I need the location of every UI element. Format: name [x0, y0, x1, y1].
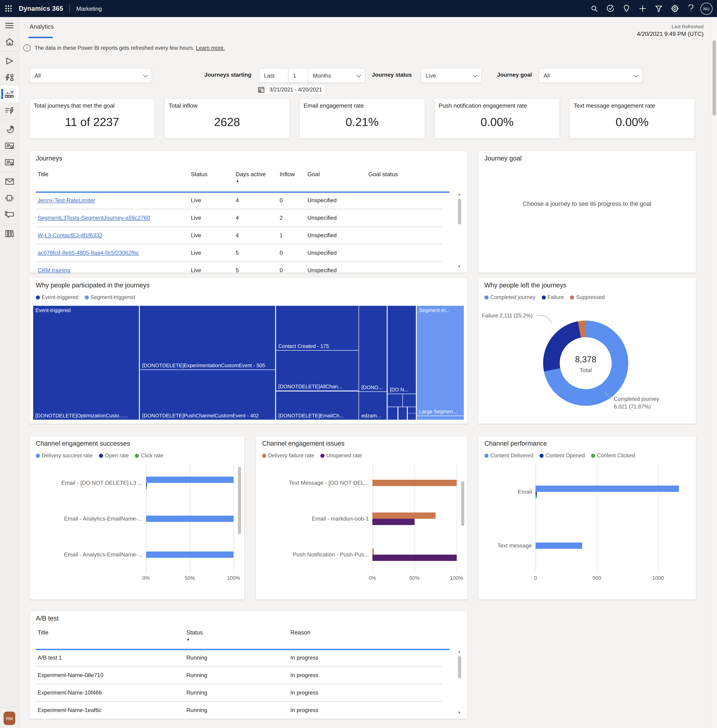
- treemap-tile[interactable]: [387, 394, 402, 407]
- learn-more-link[interactable]: Learn more.: [196, 45, 225, 51]
- chart-scrollbar[interactable]: [236, 466, 242, 580]
- search-icon[interactable]: [587, 2, 601, 15]
- treemap-tile[interactable]: [417, 416, 464, 420]
- table-row[interactable]: Experiment-Name-08e710RunningIn progress: [37, 666, 442, 683]
- sidebar-item-text-message[interactable]: [0, 190, 19, 206]
- table-row[interactable]: Experiment-Name-10f466RunningIn progress: [37, 683, 442, 701]
- column-header[interactable]: Days active▲: [235, 171, 279, 183]
- sidebar-item-page-templates[interactable]: [0, 154, 19, 171]
- legend-item[interactable]: Content Delivered: [484, 453, 533, 459]
- tab-analytics[interactable]: Analytics: [30, 23, 54, 30]
- lightbulb-icon[interactable]: [620, 2, 633, 15]
- treemap-tile[interactable]: [DO N...: [387, 306, 416, 393]
- journey-filter-dropdown[interactable]: All: [30, 68, 152, 83]
- bar[interactable]: [535, 495, 537, 498]
- donut-chart[interactable]: 8,378TotalFailure 2,111 (25.2%)Completed…: [478, 304, 696, 422]
- legend-item[interactable]: Suppressed: [570, 294, 605, 300]
- legend-item[interactable]: Content Opened: [540, 453, 585, 459]
- treemap-tile[interactable]: [403, 394, 416, 407]
- table-row[interactable]: Experiment-Name-1eaf6cRunningIn progress: [37, 701, 442, 718]
- legend-item[interactable]: Delivery failure rate: [262, 453, 314, 459]
- treemap-tile[interactable]: Contact Created - 175: [276, 306, 358, 350]
- menu-toggle[interactable]: [0, 17, 19, 34]
- journey-link[interactable]: SegmentL3Tests-SegmentJourney-a59c2760: [38, 215, 150, 221]
- filter-icon[interactable]: [652, 2, 665, 15]
- column-header[interactable]: Status▲: [186, 629, 290, 641]
- legend-item[interactable]: Delivery success rate: [36, 453, 93, 459]
- treemap-tile[interactable]: [DONOTDELETE]ExperimentationCustomEvent …: [140, 306, 275, 370]
- journey-link[interactable]: CRM training: [38, 267, 70, 274]
- scroll-up-icon[interactable]: ▲: [458, 650, 461, 654]
- journeys-table-scrollbar[interactable]: ▲ ▼: [457, 192, 462, 269]
- sidebar-item-library[interactable]: [0, 225, 19, 242]
- legend-item[interactable]: Completed journey: [484, 294, 535, 300]
- waffle-icon[interactable]: [0, 0, 17, 17]
- legend-item[interactable]: Click rate: [135, 453, 163, 459]
- sidebar-item-lead-scoring[interactable]: [0, 102, 19, 119]
- help-icon[interactable]: [684, 2, 698, 15]
- environment-badge[interactable]: RM: [4, 711, 15, 725]
- sidebar-item-analytics[interactable]: [0, 86, 19, 102]
- scrollbar-thumb[interactable]: [461, 481, 464, 526]
- bar[interactable]: [146, 483, 147, 486]
- treemap-tile[interactable]: edzam...: [359, 392, 387, 420]
- brand-title[interactable]: Dynamics 365: [19, 5, 63, 12]
- scroll-down-icon[interactable]: ▼: [458, 265, 461, 269]
- bar[interactable]: [146, 552, 233, 558]
- treemap-tile[interactable]: [387, 407, 398, 420]
- column-header[interactable]: Title: [37, 171, 190, 177]
- journey-link[interactable]: ac078fcd-8e65-4805-8aa4-0c5f23062f6c: [38, 250, 139, 256]
- date-range[interactable]: 3/21/2021 - 4/20/2021: [258, 86, 325, 94]
- table-row[interactable]: Jenny-Test-RateLimiterLive40Unspecified: [37, 192, 442, 208]
- sidebar-item-journeys[interactable]: [0, 69, 19, 86]
- journey-status-dropdown[interactable]: Live: [421, 68, 482, 83]
- scrollbar-thumb[interactable]: [458, 656, 461, 678]
- abtest-table-scrollbar[interactable]: ▲ ▼: [457, 650, 462, 715]
- bar[interactable]: [146, 477, 233, 483]
- app-name[interactable]: Marketing: [76, 5, 102, 12]
- column-header[interactable]: Title: [37, 629, 186, 636]
- sidebar-item-home[interactable]: [0, 34, 19, 50]
- treemap-tile[interactable]: [DONOTDELETE]EmailCh...: [276, 391, 358, 420]
- range-period-dropdown[interactable]: Months: [308, 68, 365, 83]
- legend-item[interactable]: Event-triggered: [36, 294, 78, 300]
- gear-icon[interactable]: [668, 2, 682, 15]
- legend-item[interactable]: Content Clicked: [591, 453, 635, 459]
- treemap-tile[interactable]: [398, 407, 407, 420]
- column-header[interactable]: Inflow: [279, 171, 307, 177]
- journey-link[interactable]: Jenny-Test-RateLimiter: [38, 197, 95, 203]
- column-header[interactable]: Status: [190, 171, 235, 177]
- sidebar-item-email[interactable]: [0, 173, 19, 190]
- sidebar-item-chat[interactable]: [0, 206, 19, 223]
- column-header[interactable]: Goal: [307, 171, 368, 177]
- treemap-tile[interactable]: [DONOTDELETE]PushChannelCustomEvent - 40…: [140, 370, 275, 420]
- bar[interactable]: [372, 512, 436, 519]
- sidebar-item-email-templates[interactable]: [0, 138, 19, 154]
- legend-item[interactable]: Unopened rate: [320, 453, 362, 459]
- bar[interactable]: [372, 555, 457, 561]
- treemap-tile[interactable]: [408, 407, 416, 413]
- column-header[interactable]: Reason: [290, 629, 425, 636]
- legend-item[interactable]: Segment-triggered: [85, 294, 135, 300]
- avatar[interactable]: NU: [700, 3, 712, 15]
- task-checker-icon[interactable]: [604, 2, 617, 15]
- bar[interactable]: [372, 519, 415, 525]
- scrollbar-thumb[interactable]: [238, 467, 241, 534]
- page-scrollbar-thumb[interactable]: [712, 40, 716, 116]
- journey-goal-dropdown[interactable]: All: [539, 68, 642, 83]
- journey-link[interactable]: W-L3-ContactEJ-df1f6332: [38, 232, 102, 239]
- scroll-up-icon[interactable]: ▲: [458, 192, 461, 197]
- treemap-tile[interactable]: [DONO...: [359, 306, 387, 391]
- table-row[interactable]: W-L3-ContactEJ-df1f6332Live41Unspecified: [37, 226, 442, 243]
- bar[interactable]: [372, 480, 457, 486]
- scroll-down-icon[interactable]: ▼: [458, 711, 461, 715]
- plus-icon[interactable]: [636, 2, 649, 15]
- bar[interactable]: [146, 486, 147, 489]
- chart-scrollbar[interactable]: [460, 466, 465, 580]
- treemap-tile[interactable]: Event-triggered[DONOTDELETE]Optimization…: [33, 306, 139, 420]
- page-scrollbar[interactable]: [711, 17, 717, 728]
- bar[interactable]: [535, 486, 679, 492]
- legend-item[interactable]: Open rate: [99, 453, 129, 459]
- legend-item[interactable]: Failure: [542, 294, 564, 300]
- sidebar-item-get-started[interactable]: [0, 52, 19, 69]
